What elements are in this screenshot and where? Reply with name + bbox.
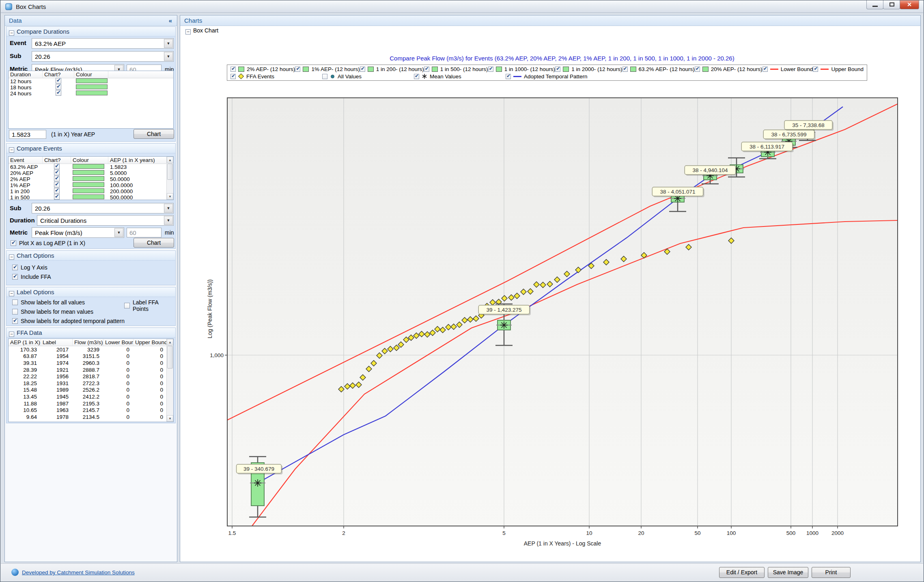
legend-checkbox[interactable] (424, 67, 429, 72)
label-options-header[interactable]: −Label Options (6, 287, 175, 297)
scroll-up-icon[interactable]: ▲ (167, 339, 173, 345)
title-bar[interactable]: Box Charts ✕ (1, 0, 923, 13)
chart-button-durations[interactable]: Chart (134, 129, 174, 139)
collapse-panel-button[interactable]: « (169, 17, 172, 24)
chart-options-header[interactable]: −Chart Options (6, 251, 175, 261)
legend-checkbox[interactable] (414, 74, 419, 79)
collapse-section-icon[interactable]: − (9, 147, 14, 153)
maximize-button[interactable] (883, 0, 900, 9)
plot-x-log-checkbox[interactable] (11, 240, 16, 246)
scrollbar-thumb[interactable] (167, 346, 173, 369)
dropdown-arrow-icon[interactable]: ▼ (164, 39, 173, 48)
column-header[interactable]: Label (41, 339, 73, 346)
collapse-section-icon[interactable]: − (9, 332, 14, 337)
collapse-section-icon[interactable]: − (185, 29, 191, 34)
minimize-button[interactable] (866, 0, 883, 9)
ffa-cell: 2195.3 (73, 401, 103, 407)
column-header[interactable]: Flow (m3/s) (73, 339, 103, 346)
dropdown-arrow-icon[interactable]: ▼ (164, 52, 173, 61)
events-metric-minutes-input[interactable] (127, 228, 162, 237)
legend-checkbox[interactable] (762, 67, 768, 72)
compare-events-header[interactable]: −Compare Events (6, 144, 175, 153)
events-duration-dropdown[interactable]: Critical Durations▼ (37, 215, 174, 226)
row-checkbox[interactable] (54, 188, 60, 194)
column-header[interactable]: Colour (71, 157, 108, 164)
colour-swatch[interactable] (76, 78, 108, 83)
sub-dropdown[interactable]: 20.26▼ (32, 51, 174, 62)
dropdown-arrow-icon[interactable]: ▼ (164, 204, 173, 213)
close-button[interactable]: ✕ (900, 0, 919, 9)
ffa-cell: 15.48 (9, 387, 41, 393)
save-image-button[interactable]: Save Image (768, 567, 808, 578)
collapse-section-icon[interactable]: − (9, 291, 14, 296)
row-checkbox[interactable] (54, 176, 60, 181)
row-checkbox[interactable] (56, 78, 61, 84)
events-table-scrollbar[interactable]: ▲ ▼ (166, 157, 173, 200)
colour-swatch[interactable] (76, 84, 108, 89)
legend-checkbox[interactable] (622, 67, 628, 72)
legend-checkbox[interactable] (230, 74, 236, 79)
box-chart-group-header[interactable]: −Box Chart (185, 27, 218, 34)
colour-swatch[interactable] (73, 188, 104, 193)
column-header[interactable]: Chart? (43, 157, 71, 164)
box-swatch-icon (630, 67, 636, 72)
colour-swatch[interactable] (73, 182, 104, 187)
column-header[interactable]: Chart? (43, 71, 74, 78)
column-header[interactable]: Duration (9, 71, 43, 78)
label-option-checkbox[interactable] (12, 300, 18, 305)
column-header[interactable]: AEP (1 in X) (9, 339, 41, 346)
event-dropdown[interactable]: 63.2% AEP▼ (32, 38, 174, 49)
dropdown-arrow-icon[interactable]: ▼ (114, 228, 123, 237)
events-metric-dropdown[interactable]: Peak Flow (m3/s)▼ (32, 227, 124, 238)
row-checkbox[interactable] (54, 170, 60, 175)
row-checkbox[interactable] (54, 182, 60, 188)
row-checkbox[interactable] (54, 194, 60, 200)
column-header[interactable]: AEP (1 in X years) (108, 157, 173, 164)
window-title: Box Charts (16, 3, 46, 10)
developer-link[interactable]: Developed by Catchment Simulation Soluti… (22, 569, 135, 576)
print-button[interactable]: Print (812, 567, 851, 578)
compare-durations-header[interactable]: −Compare Durations (6, 27, 175, 37)
dropdown-arrow-icon[interactable]: ▼ (164, 216, 173, 225)
legend-checkbox[interactable] (230, 67, 236, 72)
scroll-down-icon[interactable]: ▼ (167, 193, 173, 200)
collapse-section-icon[interactable]: − (9, 254, 14, 260)
legend-checkbox[interactable] (295, 67, 300, 72)
legend-checkbox[interactable] (488, 67, 493, 72)
row-checkbox[interactable] (56, 90, 61, 96)
edit-export-button[interactable]: Edit / Export (719, 567, 765, 578)
legend-checkbox[interactable] (813, 67, 818, 72)
ffa-data-header[interactable]: −FFA Data (6, 328, 175, 338)
ffa-table-scrollbar[interactable]: ▲ ▼ (166, 339, 173, 422)
column-header[interactable]: Colour (74, 71, 108, 78)
legend-checkbox[interactable] (506, 74, 511, 79)
legend-checkbox[interactable] (555, 67, 560, 72)
year-aep-input[interactable] (9, 130, 46, 139)
column-header[interactable]: Upper Bound (134, 339, 167, 346)
scrollbar-thumb[interactable] (167, 164, 173, 180)
row-checkbox[interactable] (56, 84, 61, 90)
legend-checkbox[interactable] (695, 67, 700, 72)
label-option-checkbox[interactable] (12, 309, 18, 315)
colour-swatch[interactable] (73, 176, 104, 181)
column-header[interactable]: Lower Bound (103, 339, 134, 346)
colour-swatch[interactable] (73, 194, 104, 199)
collapse-section-icon[interactable]: − (9, 30, 14, 36)
legend-checkbox[interactable] (322, 74, 327, 79)
label-option-checkbox[interactable] (12, 318, 18, 324)
colour-swatch[interactable] (76, 91, 108, 95)
colour-swatch[interactable] (73, 164, 104, 169)
chart-option-checkbox[interactable] (12, 265, 18, 270)
scroll-down-icon[interactable]: ▼ (167, 415, 173, 422)
column-header[interactable]: Event (9, 157, 43, 164)
colour-swatch[interactable] (73, 170, 104, 175)
chart-button-events[interactable]: Chart (134, 238, 174, 248)
scroll-up-icon[interactable]: ▲ (167, 157, 173, 163)
table-row: 28.3919212888.700 (9, 366, 173, 373)
label-ffa-points-option-checkbox[interactable] (124, 303, 130, 308)
chart-option-checkbox[interactable] (12, 274, 18, 280)
legend-checkbox[interactable] (360, 67, 365, 72)
ffa-table-body: 170.33201732390063.8719543151.50039.3119… (9, 346, 173, 422)
row-checkbox[interactable] (54, 164, 60, 169)
events-sub-dropdown[interactable]: 20.26▼ (32, 203, 174, 213)
